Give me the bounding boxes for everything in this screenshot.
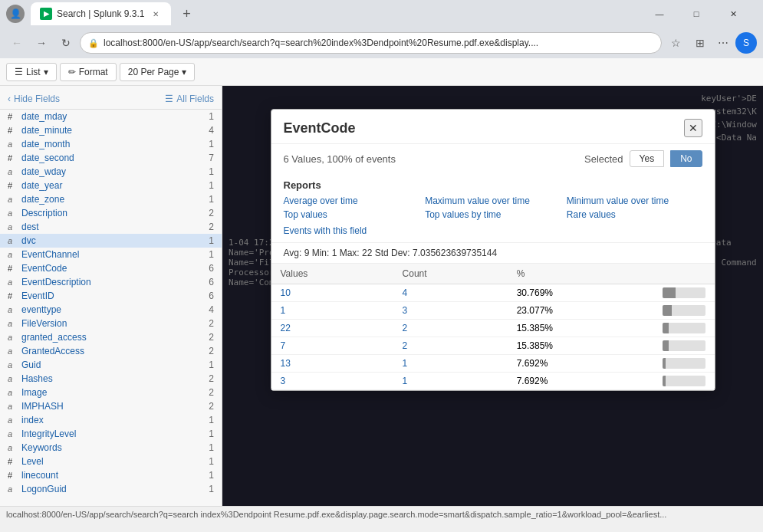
field-name-eventtype: eventtype <box>21 304 206 315</box>
field-name-date_mday: date_mday <box>21 111 206 122</box>
all-fields-button[interactable]: ☰ All Fields <box>165 94 214 104</box>
count-link-0[interactable]: 4 <box>403 287 408 298</box>
list-button[interactable]: ☰ List ▾ <box>6 63 57 81</box>
close-button[interactable]: ✕ <box>715 3 751 25</box>
field-type-IMPHASH: a <box>8 402 18 411</box>
field-name-EventID: EventID <box>21 291 206 301</box>
report-link-top[interactable]: Top values <box>284 209 419 220</box>
extensions-button[interactable]: ⊞ <box>689 32 711 54</box>
profile-button[interactable]: S <box>735 32 757 54</box>
sidebar-field-date_year[interactable]: #date_year1 <box>0 179 222 192</box>
per-page-button[interactable]: 20 Per Page ▾ <box>120 63 196 81</box>
modal-header: EventCode ✕ <box>271 110 715 144</box>
no-button[interactable]: No <box>670 150 702 167</box>
sidebar-field-Level[interactable]: #Level1 <box>0 455 222 468</box>
menu-button[interactable]: ⋯ <box>712 32 734 54</box>
report-link-average[interactable]: Average over time <box>284 195 419 206</box>
hide-fields-button[interactable]: ‹ Hide Fields <box>8 94 60 104</box>
value-link-2[interactable]: 22 <box>281 323 291 333</box>
sidebar-field-granted_access[interactable]: agranted_access2 <box>0 330 222 344</box>
modal-close-button[interactable]: ✕ <box>684 119 702 137</box>
per-page-label: 20 Per Page <box>128 67 179 77</box>
field-type-date_wday: a <box>8 167 18 176</box>
field-name-EventDescription: EventDescription <box>21 277 206 287</box>
report-link-minimum[interactable]: Minimum value over time <box>567 195 702 206</box>
browser-chrome: 👤 ▶ Search | Splunk 9.3.1 ✕ + — □ ✕ ← → … <box>0 0 763 58</box>
field-type-GrantedAccess: a <box>8 346 18 356</box>
yes-button[interactable]: Yes <box>630 150 665 167</box>
table-row: 22215.385% <box>271 320 715 337</box>
pct-cell-0: 30.769% <box>508 284 653 302</box>
table-row: 1317.692% <box>271 355 715 373</box>
format-button[interactable]: ✏ Format <box>60 63 117 81</box>
field-name-Level: Level <box>21 456 206 467</box>
field-count-date_minute: 4 <box>209 125 214 136</box>
sidebar-header: ‹ Hide Fields ☰ All Fields <box>0 89 222 110</box>
new-tab-button[interactable]: + <box>176 2 199 25</box>
forward-button[interactable]: → <box>31 32 52 54</box>
sidebar-field-Guid[interactable]: aGuid1 <box>0 358 222 372</box>
sidebar-field-IMPHASH[interactable]: aIMPHASH2 <box>0 399 222 413</box>
refresh-button[interactable]: ↻ <box>55 32 77 54</box>
sidebar-field-date_zone[interactable]: adate_zone1 <box>0 192 222 206</box>
url-text: localhost:8000/en-US/app/search/search?q… <box>104 38 653 48</box>
sidebar-field-date_month[interactable]: adate_month1 <box>0 137 222 151</box>
field-name-LogonGuid: LogonGuid <box>21 484 206 494</box>
sidebar-field-date_wday[interactable]: adate_wday1 <box>0 165 222 179</box>
sidebar-field-date_second[interactable]: #date_second7 <box>0 151 222 165</box>
maximize-button[interactable]: □ <box>679 3 714 25</box>
sidebar-field-EventDescription[interactable]: aEventDescription6 <box>0 275 222 289</box>
value-link-0[interactable]: 10 <box>281 287 291 298</box>
url-box[interactable]: 🔒 localhost:8000/en-US/app/search/search… <box>80 32 662 54</box>
bookmark-button[interactable]: ☆ <box>665 32 686 54</box>
sidebar-field-GrantedAccess[interactable]: aGrantedAccess2 <box>0 344 222 358</box>
sidebar-field-date_minute[interactable]: #date_minute4 <box>0 123 222 137</box>
field-type-EventID: # <box>8 291 18 300</box>
sidebar-field-Image[interactable]: aImage2 <box>0 386 222 399</box>
table-row: 317.692% <box>271 373 715 390</box>
count-link-1[interactable]: 3 <box>403 305 408 316</box>
back-button[interactable]: ← <box>6 32 28 54</box>
sidebar-field-EventCode[interactable]: #EventCode6 <box>0 261 222 275</box>
sidebar-field-EventChannel[interactable]: aEventChannel1 <box>0 248 222 261</box>
field-name-date_wday: date_wday <box>21 166 206 177</box>
count-link-4[interactable]: 1 <box>403 358 408 369</box>
field-name-IntegrityLevel: IntegrityLevel <box>21 429 206 439</box>
sidebar-field-linecount[interactable]: #linecount1 <box>0 468 222 482</box>
pct-cell-5: 7.692% <box>508 373 653 390</box>
sidebar: ‹ Hide Fields ☰ All Fields #date_mday1#d… <box>0 86 222 506</box>
sidebar-field-EventID[interactable]: #EventID6 <box>0 289 222 303</box>
sidebar-field-LogonGuid[interactable]: aLogonGuid1 <box>0 482 222 496</box>
sidebar-field-Hashes[interactable]: aHashes2 <box>0 372 222 386</box>
value-link-5[interactable]: 3 <box>281 376 286 386</box>
tab-close-button[interactable]: ✕ <box>150 8 162 20</box>
field-type-Level: # <box>8 457 18 466</box>
sidebar-field-Keywords[interactable]: aKeywords1 <box>0 441 222 455</box>
count-link-3[interactable]: 2 <box>403 340 408 351</box>
count-link-2[interactable]: 2 <box>403 323 408 333</box>
count-link-5[interactable]: 1 <box>403 376 408 386</box>
value-link-4[interactable]: 13 <box>281 358 291 369</box>
value-link-1[interactable]: 1 <box>281 305 286 316</box>
col-header-bar <box>653 264 715 284</box>
sidebar-field-dvc[interactable]: advc1 <box>0 234 222 248</box>
field-name-date_minute: date_minute <box>21 125 206 136</box>
profile-icon[interactable]: 👤 <box>6 5 25 23</box>
sidebar-field-FileVersion[interactable]: aFileVersion2 <box>0 317 222 330</box>
sidebar-field-IntegrityLevel[interactable]: aIntegrityLevel1 <box>0 427 222 441</box>
sidebar-field-dest[interactable]: adest2 <box>0 220 222 234</box>
sidebar-field-date_mday[interactable]: #date_mday1 <box>0 110 222 123</box>
report-link-rare[interactable]: Rare values <box>567 209 702 220</box>
sidebar-field-index[interactable]: aindex1 <box>0 413 222 427</box>
report-link-events[interactable]: Events with this field <box>284 225 367 236</box>
active-tab[interactable]: ▶ Search | Splunk 9.3.1 ✕ <box>31 2 171 25</box>
report-link-top-time[interactable]: Top values by time <box>425 209 561 220</box>
sidebar-field-Description[interactable]: aDescription2 <box>0 206 222 220</box>
minimize-button[interactable]: — <box>642 3 677 25</box>
report-link-maximum[interactable]: Maximum value over time <box>425 195 561 206</box>
value-link-3[interactable]: 7 <box>281 340 286 351</box>
field-type-EventCode: # <box>8 264 18 273</box>
field-name-IMPHASH: IMPHASH <box>21 401 206 412</box>
field-count-date_wday: 1 <box>209 166 214 177</box>
sidebar-field-eventtype[interactable]: aeventtype4 <box>0 303 222 317</box>
